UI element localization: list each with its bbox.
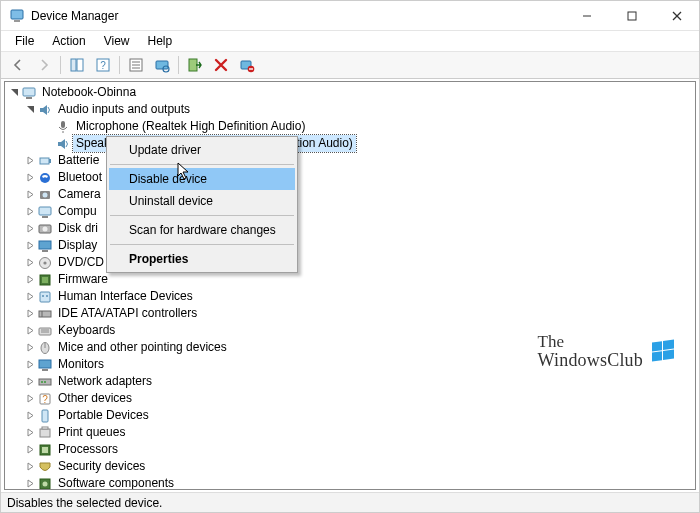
uninstall-device-button[interactable] (235, 54, 259, 76)
tree-category-row[interactable]: Security devices (5, 458, 695, 475)
tree-category-label: Human Interface Devices (55, 288, 196, 305)
expand-right-icon[interactable] (23, 205, 37, 219)
svg-point-62 (43, 481, 48, 486)
expand-right-icon[interactable] (23, 324, 37, 338)
tree-root-label: Notebook-Obinna (39, 84, 139, 101)
tree-category-row[interactable]: ?Other devices (5, 390, 695, 407)
bluetooth-icon (37, 170, 53, 186)
scan-hardware-button[interactable] (150, 54, 174, 76)
expand-right-icon[interactable] (23, 409, 37, 423)
camera-icon (37, 187, 53, 203)
forward-button[interactable] (32, 54, 56, 76)
status-text: Disables the selected device. (7, 496, 162, 510)
tree-device-microphone[interactable]: Microphone (Realtek High Definition Audi… (5, 118, 695, 135)
tree-category-row[interactable]: Network adapters (5, 373, 695, 390)
svg-rect-14 (156, 61, 168, 69)
tree-category-row[interactable]: IDE ATA/ATAPI controllers (5, 305, 695, 322)
tree-category-row[interactable]: Human Interface Devices (5, 288, 695, 305)
expand-down-icon[interactable] (7, 86, 21, 100)
svg-point-41 (46, 295, 48, 297)
cm-disable-device[interactable]: Disable device (109, 168, 295, 190)
toolbar: ? (1, 51, 699, 79)
expand-right-icon[interactable] (23, 222, 37, 236)
expand-right-icon[interactable] (23, 239, 37, 253)
tree-category-row[interactable]: Software components (5, 475, 695, 490)
expand-right-icon[interactable] (23, 188, 37, 202)
dvd-icon (37, 255, 53, 271)
expand-right-icon[interactable] (23, 375, 37, 389)
cm-uninstall-device[interactable]: Uninstall device (109, 190, 295, 212)
minimize-button[interactable] (564, 1, 609, 31)
svg-rect-33 (39, 241, 51, 249)
svg-rect-39 (40, 292, 50, 302)
svg-rect-21 (26, 97, 32, 99)
expand-right-icon[interactable] (23, 477, 37, 491)
tree-category-row[interactable]: Print queues (5, 424, 695, 441)
ide-icon (37, 306, 53, 322)
close-button[interactable] (654, 1, 699, 31)
back-button[interactable] (6, 54, 30, 76)
tree-category-row[interactable]: Firmware (5, 271, 695, 288)
cm-separator (110, 215, 294, 216)
battery-icon (37, 153, 53, 169)
svg-rect-69 (663, 350, 674, 361)
svg-rect-67 (663, 340, 674, 351)
disable-device-button[interactable] (209, 54, 233, 76)
tree-category-label: Disk dri (55, 220, 101, 237)
svg-rect-3 (628, 12, 636, 20)
tree-category-label: Batterie (55, 152, 102, 169)
tree-category-label: Compu (55, 203, 100, 220)
tree-category-row[interactable]: Processors (5, 441, 695, 458)
menu-view[interactable]: View (96, 32, 138, 50)
microphone-icon (55, 119, 71, 135)
expand-right-icon[interactable] (23, 426, 37, 440)
svg-rect-42 (39, 311, 51, 317)
svg-rect-57 (40, 429, 50, 437)
cm-update-driver[interactable]: Update driver (109, 139, 295, 161)
expand-right-icon[interactable] (23, 256, 37, 270)
menu-action[interactable]: Action (44, 32, 93, 50)
expand-right-icon[interactable] (23, 171, 37, 185)
menu-help[interactable]: Help (140, 32, 181, 50)
enable-device-button[interactable] (183, 54, 207, 76)
window-title: Device Manager (31, 9, 118, 23)
cm-separator (110, 164, 294, 165)
svg-rect-7 (77, 59, 83, 71)
expand-right-icon[interactable] (23, 290, 37, 304)
cm-properties[interactable]: Properties (109, 248, 295, 270)
menu-bar: File Action View Help (1, 31, 699, 51)
svg-rect-25 (49, 159, 51, 163)
svg-point-53 (44, 381, 46, 383)
tree-root-row[interactable]: Notebook-Obinna (5, 84, 695, 101)
tree-category-audio[interactable]: Audio inputs and outputs (5, 101, 695, 118)
tree-category-label: Processors (55, 441, 121, 458)
expand-right-icon[interactable] (23, 341, 37, 355)
tree-category-label: Keyboards (55, 322, 118, 339)
menu-file[interactable]: File (7, 32, 42, 50)
watermark-line1: The (538, 333, 643, 351)
tree-category-label: Firmware (55, 271, 111, 288)
show-hide-tree-button[interactable] (65, 54, 89, 76)
watermark: The WindowsClub (538, 333, 677, 370)
expand-right-icon[interactable] (23, 273, 37, 287)
tree-category-row[interactable]: Portable Devices (5, 407, 695, 424)
svg-rect-50 (42, 369, 48, 371)
expand-right-icon[interactable] (23, 392, 37, 406)
maximize-button[interactable] (609, 1, 654, 31)
cm-scan-hardware[interactable]: Scan for hardware changes (109, 219, 295, 241)
expand-right-icon[interactable] (23, 443, 37, 457)
expand-right-icon[interactable] (23, 307, 37, 321)
properties-button[interactable] (124, 54, 148, 76)
expand-right-icon[interactable] (23, 460, 37, 474)
expand-right-icon[interactable] (23, 358, 37, 372)
svg-rect-16 (189, 59, 197, 71)
svg-rect-20 (23, 88, 35, 96)
expand-right-icon[interactable] (23, 154, 37, 168)
network-icon (37, 374, 53, 390)
tree-category-label: Bluetoot (55, 169, 105, 186)
svg-rect-66 (652, 342, 662, 352)
help-button[interactable]: ? (91, 54, 115, 76)
printer-icon (37, 425, 53, 441)
svg-rect-30 (42, 216, 48, 218)
expand-down-icon[interactable] (23, 103, 37, 117)
